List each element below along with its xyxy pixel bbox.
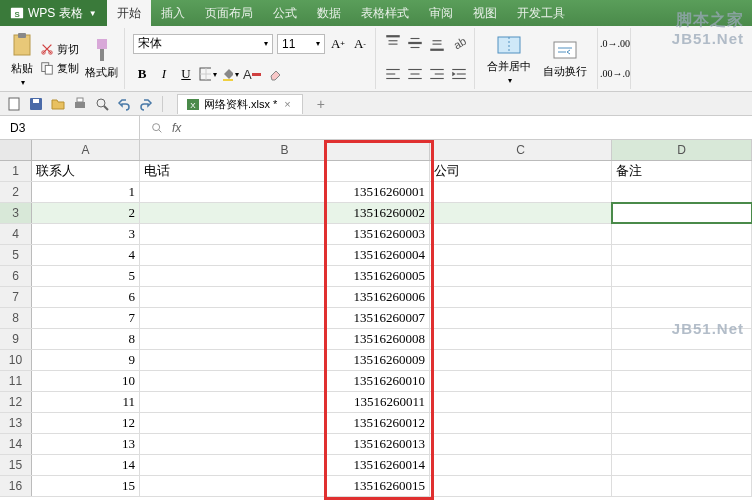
cell[interactable]: 14 [32,455,140,475]
row-header[interactable]: 2 [0,182,32,202]
cell[interactable] [612,371,752,391]
cell[interactable]: 10 [32,371,140,391]
align-bottom-button[interactable] [428,34,446,52]
tab-page-layout[interactable]: 页面布局 [195,0,263,26]
indent-button[interactable] [450,65,468,83]
cell[interactable]: 12 [32,413,140,433]
print-icon[interactable] [72,96,88,112]
tab-home[interactable]: 开始 [107,0,151,26]
cell[interactable]: 9 [32,350,140,370]
cell[interactable]: 13516260012 [140,413,430,433]
decrease-font-button[interactable]: A- [351,35,369,53]
borders-button[interactable]: ▾ [199,65,217,83]
italic-button[interactable]: I [155,65,173,83]
fill-color-button[interactable]: ▾ [221,65,239,83]
align-left-button[interactable] [384,65,402,83]
row-header[interactable]: 5 [0,245,32,265]
align-right-button[interactable] [428,65,446,83]
copy-button[interactable]: 复制 [38,60,81,77]
col-header-D[interactable]: D [612,140,752,160]
cell[interactable] [612,245,752,265]
bold-button[interactable]: B [133,65,151,83]
cell[interactable]: 15 [32,476,140,496]
tab-table-style[interactable]: 表格样式 [351,0,419,26]
cell[interactable] [612,182,752,202]
align-middle-button[interactable] [406,34,424,52]
cell[interactable] [430,224,612,244]
cell[interactable] [612,455,752,475]
cell[interactable]: 电话 [140,161,430,181]
font-color-button[interactable]: A [243,65,261,83]
cell[interactable] [430,350,612,370]
col-header-A[interactable]: A [32,140,140,160]
col-header-C[interactable]: C [430,140,612,160]
new-doc-icon[interactable] [6,96,22,112]
cell[interactable] [430,455,612,475]
cell[interactable]: 13516260006 [140,287,430,307]
format-painter-button[interactable]: 格式刷 [85,37,118,80]
col-header-B[interactable]: B [140,140,430,160]
cell[interactable] [612,350,752,370]
cell[interactable]: 13516260013 [140,434,430,454]
preview-icon[interactable] [94,96,110,112]
cell[interactable] [612,434,752,454]
tab-view[interactable]: 视图 [463,0,507,26]
save-icon[interactable] [28,96,44,112]
cell[interactable]: 7 [32,308,140,328]
row-header[interactable]: 14 [0,434,32,454]
decrease-decimal-button[interactable]: .00→.0 [606,65,624,83]
fx-search-icon[interactable] [150,121,164,135]
cell[interactable]: 11 [32,392,140,412]
row-header[interactable]: 10 [0,350,32,370]
cell[interactable]: 联系人 [32,161,140,181]
cell[interactable] [612,308,752,328]
cell[interactable] [430,308,612,328]
cell[interactable]: 8 [32,329,140,349]
underline-button[interactable]: U [177,65,195,83]
paste-button[interactable]: 粘贴▾ [10,31,34,87]
cell[interactable]: 13516260015 [140,476,430,496]
font-size-select[interactable]: 11▾ [277,34,325,54]
name-box[interactable]: D3 [0,116,140,140]
cell[interactable]: 5 [32,266,140,286]
cell[interactable] [430,371,612,391]
row-header[interactable]: 15 [0,455,32,475]
align-top-button[interactable] [384,34,402,52]
cell[interactable]: 13516260007 [140,308,430,328]
undo-icon[interactable] [116,96,132,112]
increase-font-button[interactable]: A+ [329,35,347,53]
cell[interactable]: 13516260004 [140,245,430,265]
cell[interactable]: 3 [32,224,140,244]
row-header[interactable]: 16 [0,476,32,496]
cell[interactable]: 13516260005 [140,266,430,286]
tab-formulas[interactable]: 公式 [263,0,307,26]
cell[interactable]: 13516260002 [140,203,430,223]
cell[interactable] [612,329,752,349]
cell[interactable] [430,329,612,349]
cell[interactable] [612,266,752,286]
cell[interactable] [612,287,752,307]
cell[interactable] [430,182,612,202]
redo-icon[interactable] [138,96,154,112]
cell[interactable] [612,476,752,496]
row-header[interactable]: 3 [0,203,32,223]
orientation-button[interactable]: ab [450,34,468,52]
cell[interactable] [430,476,612,496]
document-tab[interactable]: X 网络资料.xlsx * × [177,94,303,114]
add-tab-button[interactable]: + [309,96,333,112]
row-header[interactable]: 1 [0,161,32,181]
row-header[interactable]: 11 [0,371,32,391]
cell[interactable]: 13516260008 [140,329,430,349]
cell[interactable] [430,434,612,454]
cell[interactable] [612,203,752,223]
close-tab-icon[interactable]: × [281,98,293,110]
cell[interactable] [430,287,612,307]
cell[interactable]: 13516260014 [140,455,430,475]
align-center-button[interactable] [406,65,424,83]
select-all-corner[interactable] [0,140,32,160]
row-header[interactable]: 9 [0,329,32,349]
cell[interactable]: 13516260009 [140,350,430,370]
cell[interactable]: 公司 [430,161,612,181]
cell[interactable]: 13516260003 [140,224,430,244]
cell[interactable] [430,266,612,286]
